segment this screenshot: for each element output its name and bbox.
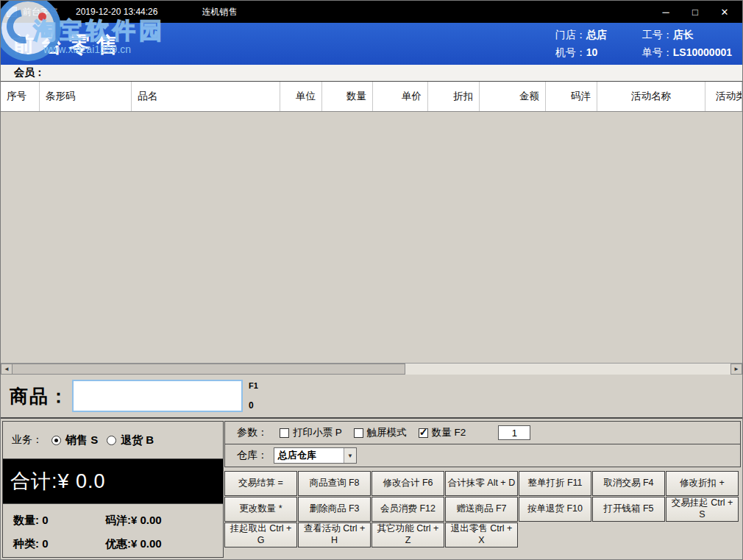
clerk-info: 工号：店长 (642, 29, 732, 42)
function-button-grid: 交易结算 =商品查询 F8修改合计 F6合计抹零 Alt + D整单打折 F11… (224, 471, 741, 547)
titlebar-mode: 连机销售 (202, 6, 237, 18)
function-button[interactable]: 商品查询 F8 (298, 471, 371, 496)
left-column: 业务： 销售 S 退货 B 合计:¥ 0.0 数量: 0 码洋:¥ 0.00 种… (2, 421, 224, 558)
stat-gross: 码洋:¥ 0.00 (105, 514, 223, 528)
function-button[interactable]: 打开钱箱 F5 (592, 497, 665, 522)
header-info-col2: 工号：店长 单号：LS10000001 (642, 29, 732, 60)
function-button[interactable]: 会员消费 F12 (372, 497, 444, 522)
function-button[interactable]: 其它功能 Ctrl + Z (372, 522, 444, 547)
column-header-8: 金额 (480, 82, 546, 111)
right-column: 参数： 打印小票 P 触屏模式 数量 F2 仓库： 总店仓库 (224, 421, 741, 558)
titlebar: 前台零售 2019-12-20 13:44:26 连机销售 ─ □ ✕ (1, 1, 742, 23)
function-button[interactable]: 交易结算 = (224, 471, 297, 496)
bottom-panel: 业务： 销售 S 退货 B 合计:¥ 0.0 数量: 0 码洋:¥ 0.00 种… (1, 419, 742, 560)
checkbox-print-receipt[interactable]: 打印小票 P (280, 426, 342, 439)
touch-mode-label: 触屏模式 (367, 426, 407, 439)
function-button[interactable]: 退出零售 Ctrl + X (445, 522, 518, 547)
maximize-button[interactable]: □ (680, 1, 710, 23)
function-button[interactable]: 更改数量 * (224, 497, 297, 522)
machine-info: 机号：10 (555, 46, 607, 60)
scrollbar-thumb[interactable] (13, 364, 405, 375)
order-info: 单号：LS10000001 (642, 46, 732, 60)
print-receipt-label: 打印小票 P (293, 426, 342, 439)
column-header-4: 单位 (280, 82, 322, 111)
sale-radio-label: 销售 S (65, 433, 98, 447)
page-title: 前台零售 (13, 30, 124, 60)
stat-kinds: 种类: 0 (13, 537, 105, 551)
scroll-left-button[interactable]: ◄ (1, 364, 13, 375)
radio-return[interactable]: 退货 B (107, 433, 154, 447)
app-icon (7, 7, 17, 17)
function-button[interactable]: 整单打折 F11 (519, 471, 591, 496)
product-side-labels: F1 0 (249, 380, 258, 412)
column-header-3: 品名 (132, 82, 280, 111)
table-header-row: 序号条形码品名单位数量单价折扣金额码洋活动名称活动类 (1, 82, 742, 112)
order-label: 单号： (642, 46, 673, 58)
clerk-value: 店长 (673, 29, 694, 40)
quantity-checkbox-label: 数量 F2 (432, 426, 466, 439)
print-receipt-checkbox-icon[interactable] (280, 428, 289, 438)
params-label: 参数： (237, 426, 268, 439)
sale-radio-icon[interactable] (51, 436, 61, 445)
member-bar: 会员： (1, 65, 742, 82)
business-type-row: 业务： 销售 S 退货 B (2, 421, 224, 459)
store-value: 总店 (586, 29, 607, 40)
checkbox-quantity[interactable]: 数量 F2 (419, 426, 466, 439)
column-header-11: 活动类 (705, 82, 742, 111)
stat-discount: 优惠:¥ 0.00 (105, 537, 223, 551)
product-label: 商品： (10, 384, 69, 408)
scrollbar-track[interactable] (405, 364, 730, 375)
scroll-right-button[interactable]: ► (730, 364, 742, 375)
function-button[interactable]: 取消交易 F4 (592, 471, 665, 496)
function-button[interactable]: 按单退货 F10 (519, 497, 591, 522)
machine-value: 10 (586, 46, 598, 58)
function-button[interactable]: 合计抹零 Alt + D (445, 471, 518, 496)
warehouse-label: 仓库： (237, 449, 268, 462)
quantity-input[interactable] (498, 425, 530, 440)
header-info-col1: 门店：总店 机号：10 (555, 29, 607, 60)
stats-box: 数量: 0 码洋:¥ 0.00 种类: 0 优惠:¥ 0.00 (2, 503, 224, 558)
function-button[interactable]: 赠送商品 F7 (445, 497, 518, 522)
function-button[interactable]: 交易挂起 Ctrl + S (666, 497, 739, 522)
machine-label: 机号： (555, 46, 586, 58)
function-button[interactable]: 删除商品 F3 (298, 497, 371, 522)
function-button[interactable]: 修改合计 F6 (372, 471, 444, 496)
close-button[interactable]: ✕ (710, 1, 739, 23)
product-entry-row: 商品： F1 0 (1, 375, 742, 419)
business-label: 业务： (12, 433, 43, 447)
touch-mode-checkbox-icon[interactable] (354, 428, 363, 438)
product-count-label: 0 (249, 400, 258, 411)
return-radio-label: 退货 B (121, 433, 154, 447)
radio-sale[interactable]: 销售 S (51, 433, 98, 447)
warehouse-row: 仓库： 总店仓库 ▼ (224, 444, 741, 467)
column-header-7: 折扣 (428, 82, 480, 111)
product-hotkey-label: F1 (249, 381, 258, 390)
column-header-9: 码洋 (546, 82, 597, 111)
return-radio-icon[interactable] (107, 436, 116, 445)
warehouse-dropdown[interactable]: 总店仓库 ▼ (274, 447, 357, 464)
column-header-10: 活动名称 (597, 82, 705, 111)
column-header-5: 数量 (322, 82, 373, 111)
horizontal-scrollbar: ◄ ► (1, 363, 742, 375)
member-label: 会员： (14, 66, 45, 79)
total-display: 合计:¥ 0.0 (2, 459, 224, 503)
function-button[interactable]: 挂起取出 Ctrl + G (224, 522, 297, 547)
store-label: 门店： (555, 29, 586, 40)
function-button[interactable]: 查看活动 Ctrl + H (298, 522, 371, 547)
store-info: 门店：总店 (555, 29, 607, 42)
header-info: 门店：总店 机号：10 工号：店长 单号：LS10000001 (555, 29, 732, 60)
app-header: 前台零售 门店：总店 机号：10 工号：店长 单号：LS10000001 (1, 23, 742, 65)
minimize-button[interactable]: ─ (651, 1, 680, 23)
quantity-checkbox-icon[interactable] (419, 428, 428, 438)
stat-quantity: 数量: 0 (13, 514, 105, 528)
warehouse-dropdown-value: 总店仓库 (274, 448, 344, 463)
table-body (1, 112, 742, 363)
column-header-2: 条形码 (40, 82, 132, 111)
params-row: 参数： 打印小票 P 触屏模式 数量 F2 (224, 421, 741, 444)
function-button[interactable]: 修改折扣 + (666, 471, 739, 496)
product-input[interactable] (72, 380, 243, 412)
checkbox-touch-mode[interactable]: 触屏模式 (354, 426, 407, 439)
pos-window: 前台零售 2019-12-20 13:44:26 连机销售 ─ □ ✕ 前台零售… (0, 0, 743, 560)
chevron-down-icon[interactable]: ▼ (344, 448, 356, 463)
column-header-6: 单价 (373, 82, 428, 111)
